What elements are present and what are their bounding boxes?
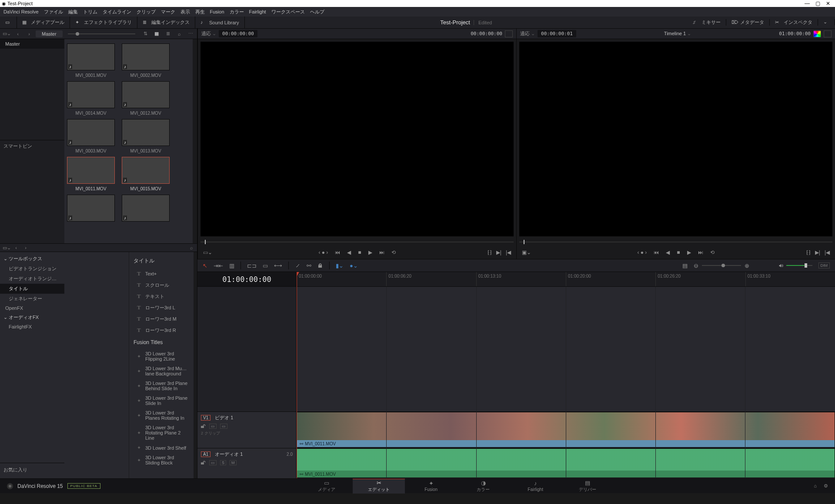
timeline-play[interactable]: ▶: [687, 249, 691, 255]
search-button[interactable]: ⌕: [174, 30, 184, 38]
effects-nav-fwd[interactable]: ›: [21, 244, 30, 252]
clip-item[interactable]: ♪MVI_0014.MOV: [67, 81, 115, 116]
audio-track-header[interactable]: A1 オーディオ 1 2.0 🔓︎ ▭ S M: [197, 448, 296, 478]
source-last-frame[interactable]: ⏭: [379, 249, 384, 255]
audio-auto-select[interactable]: ▭: [209, 460, 217, 465]
dim-toggle[interactable]: DIM: [818, 262, 830, 269]
source-play[interactable]: ▶: [368, 249, 372, 255]
metadata-toggle[interactable]: ⌦メタデータ: [726, 19, 770, 26]
playhead[interactable]: [297, 272, 297, 478]
clip-item[interactable]: ♪MVI_0001.MOV: [67, 43, 115, 78]
project-settings-button[interactable]: ⚙: [824, 483, 828, 489]
effects-tree-item[interactable]: ツールボックス: [0, 254, 64, 264]
source-mark-in[interactable]: ⁅⁆: [488, 249, 492, 255]
timeline-timecode[interactable]: 01:00:00:00: [197, 272, 296, 287]
nav-back-button[interactable]: ‹: [13, 30, 23, 38]
title-preset[interactable]: Tテキスト: [129, 291, 194, 302]
replace-button[interactable]: ⟷: [274, 262, 282, 269]
menu-DaVinci Resolve[interactable]: DaVinci Resolve: [3, 9, 39, 14]
layout-preset-button[interactable]: ▭: [0, 17, 17, 28]
lock-toggle[interactable]: 🔒︎: [317, 262, 323, 269]
page-カラー[interactable]: ◑カラー: [457, 479, 509, 494]
effects-tree-item[interactable]: ビデオトランジション: [0, 264, 64, 274]
video-track-badge[interactable]: V1: [201, 415, 210, 421]
source-scrubber[interactable]: [200, 239, 514, 246]
timeline-mark-button[interactable]: ⁅⁆: [806, 249, 811, 255]
video-track-header[interactable]: V1 ビデオ 1 🔓︎ ▭ ▭ 2 クリップ: [197, 411, 296, 448]
inspector-toggle[interactable]: ✂インスペクタ: [770, 19, 818, 26]
menu-編集[interactable]: 編集: [68, 9, 78, 15]
trim-tool[interactable]: ⇥⇤: [214, 262, 223, 269]
blade-tool[interactable]: ▥: [229, 262, 234, 269]
source-stop[interactable]: ■: [358, 249, 361, 255]
lock-icon[interactable]: 🔓︎: [201, 424, 206, 429]
timeline-prev-edit[interactable]: ▶|: [815, 249, 820, 255]
effects-tree-item[interactable]: OpenFX: [0, 304, 64, 312]
menu-表示[interactable]: 表示: [180, 9, 190, 15]
effects-tree-item[interactable]: タイトル: [0, 284, 64, 294]
title-preset[interactable]: Tローワー3rd L: [129, 302, 194, 313]
effects-search-icon[interactable]: ⌕: [187, 245, 195, 250]
page-デリバー[interactable]: ▤デリバー: [561, 479, 614, 494]
expand-button[interactable]: ⌄: [818, 19, 835, 25]
timeline-next-edit[interactable]: |◀: [825, 249, 830, 255]
menu-再生[interactable]: 再生: [195, 9, 205, 15]
clip-item[interactable]: ♪MVI_0011.MOV: [67, 157, 115, 191]
timeline-view-button[interactable]: ▤: [682, 262, 688, 269]
snap-toggle[interactable]: ⟋: [295, 262, 301, 269]
window-maximize[interactable]: ▢: [812, 0, 823, 7]
link-toggle[interactable]: ⚯: [307, 262, 311, 269]
nav-fwd-button[interactable]: ›: [24, 30, 34, 38]
fusion-title-preset[interactable]: ✦3D Lower 3rd Mu…lane Background: [129, 364, 194, 378]
menu-マーク[interactable]: マーク: [161, 9, 175, 15]
menu-ヘルプ[interactable]: ヘルプ: [310, 9, 324, 15]
page-エディット[interactable]: ✂エディット: [353, 479, 405, 494]
edit-index-toggle[interactable]: ≣編集インデックス: [137, 17, 195, 28]
clip-item[interactable]: ♪MVI_0002.MOV: [122, 43, 170, 78]
fusion-title-preset[interactable]: ✦3D Lower 3rd Planes Rotating In: [129, 408, 194, 423]
fusion-title-preset[interactable]: ✦3D Lower 3rd Rotating Plane 2 Line: [129, 423, 194, 443]
options-button[interactable]: ⋯: [186, 30, 195, 38]
effects-library-toggle[interactable]: ✦エフェクトライブラリ: [70, 17, 137, 28]
thumbnail-size-slider[interactable]: [64, 33, 139, 34]
favorites-section[interactable]: お気に入り: [0, 463, 64, 477]
source-tc-in[interactable]: 00:00:00:00: [219, 30, 257, 37]
timeline-canvas-area[interactable]: ⚯MVI_0011.MOV ⚯MVI_0011.MOV: [297, 287, 835, 478]
clip-item[interactable]: ♪MVI_0003.MOV: [67, 119, 115, 153]
source-loop[interactable]: ⟲: [391, 249, 396, 255]
title-preset[interactable]: Tローワー3rd R: [129, 325, 194, 336]
timeline-name-dropdown[interactable]: Timeline 1: [664, 31, 691, 36]
clip-item[interactable]: ♪MVI_0012.MOV: [122, 81, 170, 116]
window-minimize[interactable]: —: [802, 0, 812, 7]
effects-nav-back[interactable]: ‹: [11, 244, 21, 252]
menu-ワークスペース[interactable]: ワークスペース: [271, 9, 305, 15]
sort-button[interactable]: ⇅: [140, 30, 150, 38]
timeline-stop[interactable]: ■: [677, 249, 680, 255]
lock-icon[interactable]: 🔓︎: [201, 460, 206, 465]
home-button[interactable]: ⌂: [814, 483, 817, 489]
source-next-edit[interactable]: |◀: [506, 249, 511, 255]
source-expand-button[interactable]: [505, 30, 513, 37]
monitor-volume[interactable]: 🔊︎: [779, 263, 812, 268]
source-match-frame-button[interactable]: ▭⌄: [203, 249, 212, 255]
selection-tool[interactable]: ↖: [203, 262, 207, 269]
timeline-jog[interactable]: ‹ ● ›: [637, 249, 647, 255]
timeline-canvas[interactable]: [519, 42, 832, 236]
sound-library-toggle[interactable]: ♪Sound Library: [195, 17, 245, 28]
clip-item[interactable]: ♪MVI_0015.MOV: [122, 157, 170, 191]
track-visible-toggle[interactable]: ▭: [220, 424, 227, 429]
list-view-button[interactable]: ≣: [163, 30, 173, 38]
page-メディア[interactable]: ▭メディア: [301, 479, 353, 494]
source-jog-prev[interactable]: ‹ ● ›: [318, 249, 328, 255]
bin-view-button[interactable]: ▭⌄: [2, 30, 11, 38]
source-fit-dropdown[interactable]: 適応: [201, 30, 216, 37]
auto-select-toggle[interactable]: ▭: [209, 424, 217, 429]
timeline-step-back[interactable]: ◀: [666, 249, 670, 255]
zoom-in-button[interactable]: ⊕: [745, 262, 749, 269]
effects-view-button[interactable]: ▭⌄: [2, 244, 11, 252]
menu-Fairlight[interactable]: Fairlight: [249, 9, 266, 14]
effects-tree-item[interactable]: オーディオFX: [0, 312, 64, 322]
fusion-title-preset[interactable]: ✦3D Lower 3rd Flipping 2Line: [129, 349, 194, 364]
effects-scrollbar[interactable]: [194, 252, 197, 478]
zoom-out-button[interactable]: ⊖: [694, 262, 698, 269]
